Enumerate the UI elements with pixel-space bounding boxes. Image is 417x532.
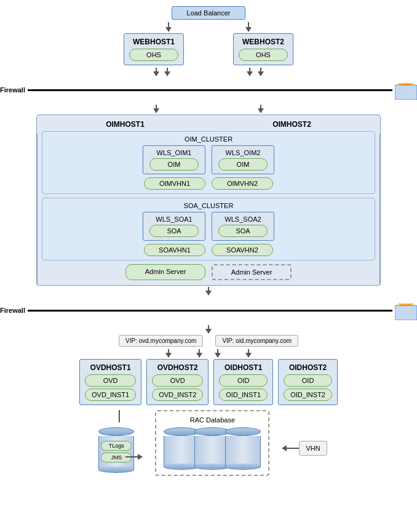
ah-vip1a	[165, 353, 172, 358]
left-db-cylinder: TLogs JMS	[98, 427, 134, 473]
admin-server-row: Admin Server Admin Server	[42, 264, 375, 280]
webhost2-ohs: OHS	[239, 49, 288, 61]
wls-oim2-box: WLS_OIM2 OIM	[212, 145, 274, 174]
firewall2-row: Firewall	[0, 300, 417, 320]
diagram: Load Balancer WEBHOST1 OHS WEBHOST2 OHS	[0, 0, 417, 488]
oim-cluster-box: OIM_CLUSTER WLS_OIM1 OIM WLS_OIM2 OIM	[42, 131, 375, 194]
arrowhead-fw2	[258, 108, 264, 113]
oimvhn1-box: OIMVHN1	[144, 177, 205, 190]
arrowhead-fw1	[153, 108, 159, 113]
arr-to-leftdb	[119, 410, 120, 422]
wls-oim2-label: WLS_OIM2	[226, 149, 261, 156]
svg-rect-0	[395, 85, 417, 100]
vip-oid-box: VIP: oid.mycompany.com	[215, 335, 298, 347]
db-body-1: TLogs JMS	[98, 436, 134, 467]
webhost1-ohs: OHS	[129, 49, 178, 61]
db-top-1	[98, 427, 134, 436]
ovdhost1-box: OVDHOST1 OVD OVD_INST1	[79, 359, 141, 405]
oidhost2-component: OID	[284, 374, 332, 387]
db-bottom-1	[98, 467, 134, 473]
arrowhead-lb-wh2	[245, 27, 252, 32]
arr-right-head	[138, 454, 143, 460]
oidhost2-name: OIDHOST2	[284, 363, 332, 372]
ovd-oid-hosts-row: OVDHOST1 OVD OVD_INST1 OVDHOST2 OVD OVD_…	[79, 359, 338, 405]
oidhost2-box: OIDHOST2 OID OID_INST2	[278, 359, 338, 405]
rac-label: RAC Database	[164, 416, 261, 424]
ovdhost1-name: OVDHOST1	[85, 363, 136, 372]
arr-from-right	[287, 448, 299, 449]
soavhn1-box: SOAVHN1	[144, 244, 205, 256]
arrowhead2	[164, 71, 170, 76]
firewall2-label: Firewall	[0, 307, 25, 314]
oidhost1-component: OID	[219, 374, 268, 387]
arrow-lb-wh1	[168, 22, 169, 27]
admin-server-active: Admin Server	[125, 264, 205, 280]
arr-right-line	[125, 456, 138, 457]
wls-soa2-box: WLS_SOA2 SOA	[212, 212, 274, 241]
firewall1-label: Firewall	[0, 86, 25, 94]
vhn-section: VHN	[282, 441, 327, 456]
oimhost2-label: OIMHOST2	[272, 120, 311, 129]
ah-vip2a	[215, 353, 221, 358]
webhost1-box: WEBHOST1 OHS	[124, 33, 184, 65]
ovdhost2-name: OVDHOST2	[152, 363, 203, 372]
oidhost2-inst: OID_INST2	[284, 389, 332, 401]
oidhost1-inst: OID_INST1	[219, 389, 268, 401]
webhost2-name: WEBHOST2	[239, 38, 288, 46]
ovdhost2-inst: OVD_INST2	[152, 389, 203, 401]
oidhost1-name: OIDHOST1	[219, 363, 268, 372]
wls-soa2-label: WLS_SOA2	[224, 216, 261, 223]
rac-dashed-box: RAC Database	[155, 410, 269, 476]
wls-oim1-label: WLS_OIM1	[157, 149, 192, 156]
oidhost1-box: OIDHOST1 OID OID_INST1	[213, 359, 273, 405]
rac-group-container: RAC Database	[155, 410, 269, 476]
load-balancer-label: Load Balancer	[187, 9, 231, 17]
wls-soa1-label: WLS_SOA1	[156, 216, 192, 223]
rac-cyl-3	[225, 427, 261, 470]
admin-server-passive: Admin Server	[212, 264, 292, 280]
oim1-component: OIM	[149, 158, 199, 171]
ah-vip1b	[196, 353, 202, 358]
rac-section: TLogs JMS RAC Database	[90, 410, 327, 488]
oim-soa-outer-box: OIMHOST1 OIMHOST2 OIM_CLUSTER WLS_OIM1 O…	[36, 115, 381, 286]
ovdhost2-box: OVDHOST2 OVD OVD_INST2	[146, 359, 208, 405]
vip-row: VIP: ovd.mycompany.com VIP: oid.mycompan…	[119, 335, 298, 347]
arrowhead4	[258, 71, 264, 76]
soa2-component: SOA	[218, 225, 268, 237]
svg-rect-1	[395, 305, 417, 320]
right-bracket	[378, 134, 380, 285]
arrow-lb-wh2	[248, 22, 249, 27]
oimvhn2-box: OIMVHN2	[212, 177, 273, 190]
wls-soa1-box: WLS_SOA1 SOA	[143, 212, 205, 241]
webhost1-name: WEBHOST1	[129, 38, 178, 46]
oim2-component: OIM	[218, 158, 268, 171]
webhost2-box: WEBHOST2 OHS	[233, 33, 293, 65]
soavhn2-box: SOAVHN2	[212, 244, 273, 256]
left-bracket	[37, 134, 39, 285]
ovdhost1-component: OVD	[85, 374, 136, 387]
vip-ovd-box: VIP: ovd.mycompany.com	[119, 335, 203, 347]
load-balancer-box: Load Balancer	[172, 6, 245, 20]
tlogs-box: TLogs	[101, 441, 132, 451]
firewall1-line	[28, 89, 392, 91]
ah-vip2b	[245, 353, 252, 358]
arrowhead1	[153, 71, 159, 76]
wls-oim1-box: WLS_OIM1 OIM	[143, 145, 205, 174]
firewall1-row: Firewall	[0, 80, 417, 100]
vhn-box: VHN	[299, 441, 327, 456]
arrowhead-lb-wh1	[165, 27, 172, 32]
firewall2-line	[28, 310, 392, 312]
soa-cluster-label: SOA_CLUSTER	[46, 202, 371, 209]
firewall1-icon	[395, 80, 417, 100]
arr-left-head	[282, 445, 287, 451]
soa1-component: SOA	[149, 225, 199, 237]
ovdhost1-inst: OVD_INST1	[85, 389, 136, 401]
arrowhead-fw2-down	[205, 329, 212, 334]
soa-cluster-box: SOA_CLUSTER WLS_SOA1 SOA WLS_SOA2 SOA	[42, 198, 375, 260]
rac-cylinders	[164, 427, 261, 470]
oimhost1-label: OIMHOST1	[106, 120, 145, 129]
oim-cluster-label: OIM_CLUSTER	[46, 135, 371, 143]
left-db-group: TLogs JMS	[90, 410, 143, 460]
arrowhead3	[247, 71, 253, 76]
arrowhead-mid	[205, 291, 212, 296]
